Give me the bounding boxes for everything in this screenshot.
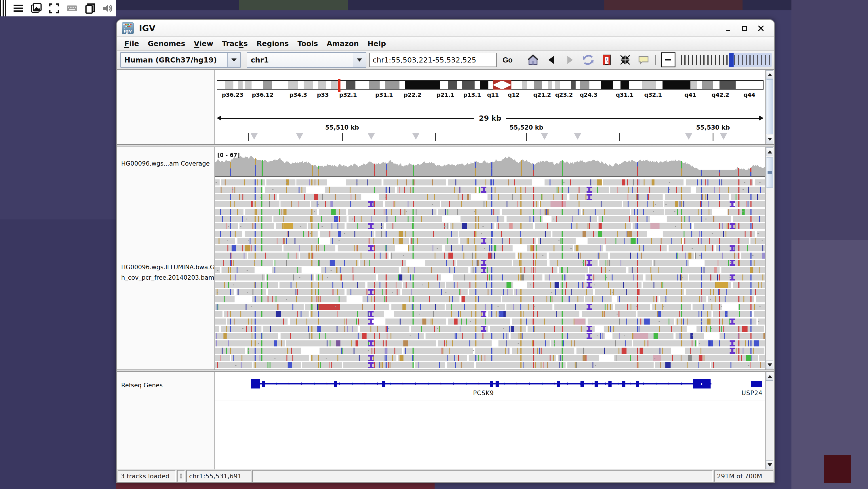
menu-item-file[interactable]: File <box>120 39 143 48</box>
status-circle-icon <box>180 473 182 479</box>
alignment-scrollbar[interactable] <box>765 147 774 370</box>
chevron-down-icon[interactable] <box>353 53 366 67</box>
roi-marker-icon[interactable] <box>251 133 257 140</box>
band <box>327 81 331 89</box>
coverage-histogram[interactable] <box>215 154 765 176</box>
gene-exon[interactable] <box>496 381 499 387</box>
igv-app-icon: igv <box>122 22 134 34</box>
menu-item-genomes[interactable]: Genomes <box>143 39 189 48</box>
band <box>346 81 355 89</box>
refresh-icon[interactable] <box>581 53 595 67</box>
scroll-down-icon[interactable] <box>766 361 773 369</box>
minimize-button[interactable] <box>724 24 733 32</box>
band <box>552 81 555 89</box>
band <box>642 81 656 89</box>
screenshot-icon[interactable] <box>31 2 42 15</box>
roi-marker-icon[interactable] <box>574 133 581 140</box>
scrollbar-thumb[interactable] <box>766 157 773 188</box>
band <box>462 81 474 89</box>
title-bar[interactable]: igv IGV <box>117 20 774 36</box>
menu-item-help[interactable]: Help <box>363 39 390 48</box>
scroll-up-icon[interactable] <box>766 372 773 381</box>
gene-exon[interactable] <box>636 381 639 387</box>
chevron-down-icon[interactable] <box>228 53 240 67</box>
gene-exon[interactable] <box>334 381 337 387</box>
band <box>355 81 370 89</box>
close-button[interactable] <box>756 24 765 32</box>
gene-exon[interactable]: › <box>693 379 711 389</box>
band <box>440 81 448 89</box>
desktop-left-lower <box>0 220 116 489</box>
scroll-down-icon[interactable] <box>766 135 773 143</box>
band <box>318 81 327 89</box>
alignment-reads[interactable] <box>215 179 765 370</box>
menu-item-tracks[interactable]: Tracks <box>218 39 252 48</box>
go-button[interactable]: Go <box>500 54 516 66</box>
strand-arrow-icon: › <box>529 380 531 386</box>
scroll-up-icon[interactable] <box>766 147 773 156</box>
roi-marker-icon[interactable] <box>541 133 548 140</box>
zoom-tick <box>746 55 747 65</box>
roi-marker-icon[interactable] <box>685 133 692 140</box>
menu-item-amazon[interactable]: Amazon <box>322 39 363 48</box>
gene-exon[interactable] <box>251 379 260 389</box>
band <box>385 81 400 89</box>
fullscreen-icon[interactable] <box>48 2 60 15</box>
gene-exon[interactable] <box>262 381 265 387</box>
roi-marker-icon[interactable] <box>296 133 303 140</box>
coverage-track-name[interactable]: HG00096.wgs...am Coverage <box>121 159 210 169</box>
panel-splitter[interactable] <box>117 370 774 372</box>
band <box>331 81 338 89</box>
zoom-slider[interactable] <box>680 52 772 67</box>
gene-exon[interactable] <box>382 381 385 387</box>
menu-item-tools[interactable]: Tools <box>293 39 322 48</box>
menu-item-view[interactable]: View <box>190 39 218 48</box>
refseq-scrollbar[interactable] <box>765 372 774 469</box>
gene-exon[interactable] <box>609 381 612 387</box>
zoom-slider-thumb[interactable] <box>729 53 734 67</box>
gene-exon[interactable] <box>490 381 493 387</box>
menu-item-regions[interactable]: Regions <box>252 39 293 48</box>
scroll-up-icon[interactable] <box>766 70 773 79</box>
band-label: q32.1 <box>644 91 662 98</box>
locus-input[interactable] <box>369 53 497 67</box>
locus-scrollbar[interactable] <box>765 70 774 144</box>
roi-marker-icon[interactable] <box>412 133 419 140</box>
strand-arrow-icon: › <box>364 380 366 386</box>
menu-bar: FileGenomesViewTracksRegionsToolsAmazonH… <box>117 36 774 51</box>
volume-icon[interactable] <box>102 2 114 15</box>
gene-exon[interactable] <box>595 381 598 387</box>
panel-splitter[interactable] <box>117 144 774 147</box>
refseq-track-name[interactable]: Refseq Genes <box>121 380 163 391</box>
home-icon[interactable] <box>526 53 540 67</box>
genome-select[interactable]: Human (GRCh37/hg19) <box>120 52 241 68</box>
copy-icon[interactable] <box>84 2 96 15</box>
ruler-tick-label: 55,530 kb <box>696 124 730 131</box>
tooltip-mode-icon[interactable] <box>636 53 651 67</box>
maximize-button[interactable] <box>741 24 749 32</box>
gene-exon[interactable] <box>622 381 625 387</box>
gene-exon[interactable] <box>751 381 762 387</box>
scroll-down-icon[interactable] <box>766 460 773 469</box>
drag-grip[interactable] <box>0 0 6 17</box>
fit-to-window-icon[interactable] <box>618 53 632 67</box>
zoom-out-icon[interactable] <box>661 52 676 67</box>
menu-icon[interactable] <box>13 2 24 15</box>
back-icon[interactable] <box>544 53 559 67</box>
gene-exon[interactable] <box>581 381 584 387</box>
band <box>576 81 580 89</box>
gene-intron-line[interactable] <box>251 383 711 384</box>
alignment-track-name[interactable]: HG00096.wgs.ILLUMINA.bwa.G h_cov_pcr_fre… <box>121 262 215 283</box>
forward-icon[interactable] <box>563 53 577 67</box>
chromosome-ideogram[interactable] <box>217 80 764 90</box>
gene-exon[interactable] <box>557 381 560 387</box>
ruler-tick <box>526 133 527 141</box>
scrollbar-thumb[interactable] <box>766 80 773 134</box>
zoom-tick <box>711 55 712 65</box>
roi-marker-icon[interactable] <box>368 133 375 140</box>
region-tool-icon[interactable] <box>599 53 614 67</box>
chromosome-select[interactable]: chr1 <box>247 52 366 68</box>
keyboard-icon[interactable] <box>66 2 78 15</box>
roi-marker-icon[interactable] <box>720 133 727 140</box>
band <box>369 81 379 89</box>
